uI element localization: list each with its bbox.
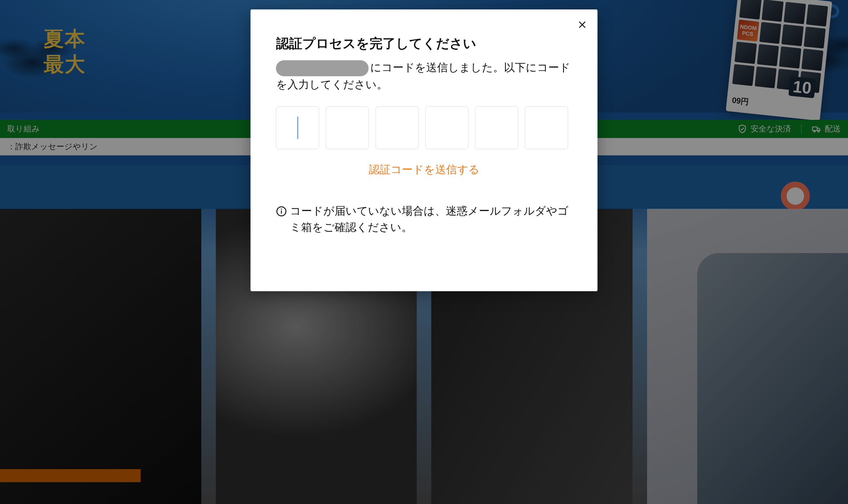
code-digit-1[interactable]: [276, 106, 319, 149]
code-digit-5[interactable]: [475, 106, 518, 149]
spam-folder-note-text: コードが届いていない場合は、迷惑メールフォルダやゴミ箱をご確認ください。: [290, 203, 572, 235]
info-icon: [276, 205, 287, 216]
close-button[interactable]: [575, 17, 590, 32]
modal-description: にコードを送信しました。以下にコードを入力してください。: [276, 59, 572, 93]
verification-modal: 認証プロセスを完了してください にコードを送信しました。以下にコードを入力してく…: [251, 9, 598, 291]
spam-folder-note: コードが届いていない場合は、迷惑メールフォルダやゴミ箱をご確認ください。: [276, 203, 572, 235]
svg-point-5: [281, 208, 282, 210]
close-icon: [577, 20, 587, 30]
resend-code-link[interactable]: 認証コードを送信する: [276, 162, 572, 177]
code-digit-6[interactable]: [525, 106, 568, 149]
redacted-contact: [276, 60, 369, 76]
code-digit-2[interactable]: [326, 106, 369, 149]
code-digit-4[interactable]: [425, 106, 469, 149]
code-digit-3[interactable]: [376, 106, 419, 149]
code-input-group: [276, 106, 572, 149]
modal-title: 認証プロセスを完了してください: [276, 35, 572, 53]
